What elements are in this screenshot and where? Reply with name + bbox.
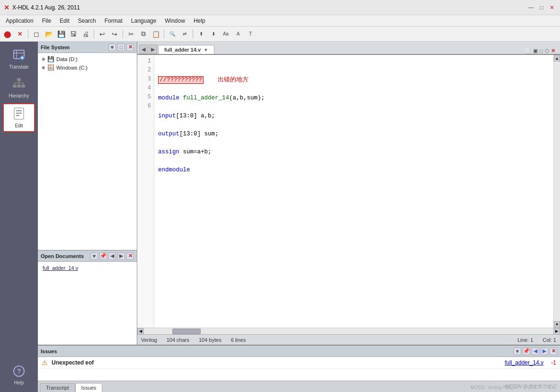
issues-close-btn[interactable]: ✕: [550, 347, 557, 355]
toolbar-sep-2: [94, 29, 94, 39]
tree-item-windows-label: Windows (C:): [56, 65, 88, 71]
tree-item-data-drive[interactable]: ⊕ 💾 Data (D:): [38, 55, 137, 63]
scrollbar-right-btn[interactable]: ▶: [553, 328, 560, 335]
toolbar-open-file-btn[interactable]: 📂: [43, 28, 54, 40]
menu-window[interactable]: Window: [161, 17, 189, 25]
toolbar: ⬤ ✕ ◻ 📂 💾 🖫 🖨 ↩ ↪ ✂ ⧉ 📋 🔍 ⇌ ⬆ ⬇ Aa A T: [0, 27, 560, 42]
toolbar-format-btn[interactable]: T: [245, 28, 256, 40]
sidebar-item-edit[interactable]: Edit: [3, 103, 35, 132]
open-docs-menu-btn[interactable]: ▼: [90, 252, 98, 260]
toolbar-font-btn[interactable]: Aa: [220, 28, 231, 40]
toolbar-copy-btn[interactable]: ⧉: [138, 28, 149, 40]
issue-filename[interactable]: full_adder_14.v: [505, 359, 543, 366]
editor-tab-full-adder[interactable]: full_adder 14.v ▼: [158, 45, 214, 54]
tab-controls: ⬜ ▣ □ ⬡ ✕: [524, 48, 558, 54]
open-docs-back-btn[interactable]: ◀: [108, 252, 116, 260]
toolbar-outdent-btn[interactable]: ⬇: [208, 28, 219, 40]
maximize-button[interactable]: □: [537, 3, 546, 12]
tab-float-btn[interactable]: ⬡: [545, 48, 549, 53]
toolbar-sep-3: [123, 29, 123, 39]
error-comment: //??????????: [158, 76, 204, 84]
menu-file[interactable]: File: [38, 17, 55, 25]
status-language: Verilog: [141, 337, 157, 343]
menu-language[interactable]: Language: [127, 17, 160, 25]
svg-rect-5: [21, 85, 25, 88]
scrollbar-h-thumb: [172, 329, 201, 334]
toolbar-find-btn[interactable]: 🔍: [167, 28, 178, 40]
toolbar-undo-btn[interactable]: ↩: [97, 28, 108, 40]
titlebar-controls: — □ ✕: [527, 3, 556, 12]
code-content[interactable]: //?????????? 出错的地方 module full_adder_14(…: [154, 55, 553, 328]
horizontal-scrollbar[interactable]: ◀ ▶: [137, 328, 560, 334]
menu-application[interactable]: Application: [2, 17, 37, 25]
sidebar-item-translate[interactable]: Translate: [3, 45, 35, 72]
toolbar-sep-4: [164, 29, 164, 39]
toolbar-saveall-btn[interactable]: 🖫: [68, 28, 79, 40]
toolbar-redo-btn[interactable]: ↪: [109, 28, 120, 40]
code-line-2: module full_adder_14(a,b,sum);: [158, 94, 550, 103]
minimize-button[interactable]: —: [527, 3, 535, 12]
toolbar-cut-btn[interactable]: ✂: [125, 28, 137, 40]
close-button[interactable]: ✕: [548, 3, 556, 12]
error-annotation: 出错的地方: [218, 76, 249, 83]
issues-menu-btn[interactable]: ▼: [514, 347, 521, 355]
file-system-close-btn[interactable]: ✕: [126, 44, 134, 51]
issue-description: Unexpected eof: [52, 359, 501, 366]
file-system-float-btn[interactable]: □: [117, 44, 125, 51]
sidebar-item-hierarchy[interactable]: Hierarchy: [3, 74, 35, 101]
toolbar-indent-btn[interactable]: ⬆: [196, 28, 207, 40]
top-panels: File System ▼ □ ✕ ⊕ 💾 Data (D:) ⊕: [38, 42, 560, 345]
open-docs-panel: Open Documents ▼ 📌 ◀ ▶ ✕ full_adder_14.v: [38, 250, 137, 345]
tab-tile-h-btn[interactable]: ⬜: [524, 48, 531, 54]
issue-row-1: ⚠ Unexpected eof full_adder_14.v -1: [38, 357, 560, 369]
toolbar-save-btn[interactable]: 💾: [55, 28, 67, 40]
tab-transcript[interactable]: Transcript: [40, 383, 75, 392]
vertical-scrollbar[interactable]: ▲ ▼: [553, 55, 560, 328]
watermark-text: ©CSDN @朋友学习笔记: [505, 383, 556, 390]
tab-maximize-btn[interactable]: □: [540, 48, 543, 54]
file-system-menu-btn[interactable]: ▼: [108, 44, 116, 51]
line-num-3: 3: [137, 75, 154, 84]
menu-edit[interactable]: Edit: [56, 17, 73, 25]
toolbar-fontsize-btn[interactable]: A: [232, 28, 244, 40]
issues-forward-btn[interactable]: ▶: [541, 347, 548, 355]
menu-format[interactable]: Format: [101, 17, 126, 25]
issue-line-number: -1: [551, 359, 556, 366]
sidebar-item-help[interactable]: ? Help: [3, 362, 35, 388]
toolbar-print-btn[interactable]: 🖨: [80, 28, 91, 40]
tab-tile-v-btn[interactable]: ▣: [533, 48, 538, 54]
expand-icon: ⊕: [42, 57, 45, 62]
menu-help[interactable]: Help: [190, 17, 209, 25]
tab-close-btn[interactable]: ✕: [551, 48, 555, 54]
toolbar-open-btn[interactable]: ⬤: [2, 28, 13, 40]
help-label: Help: [14, 380, 24, 385]
toolbar-close-btn[interactable]: ✕: [14, 28, 26, 40]
status-lines: 6 lines: [231, 337, 246, 343]
translate-icon: [12, 48, 26, 63]
open-docs-close-btn[interactable]: ✕: [126, 252, 134, 260]
scrollbar-left-btn[interactable]: ◀: [137, 328, 144, 335]
svg-rect-2: [17, 78, 21, 81]
tab-dropdown-icon[interactable]: ▼: [204, 47, 208, 53]
toolbar-paste-btn[interactable]: 📋: [150, 28, 161, 40]
scrollbar-down-btn[interactable]: ▼: [554, 321, 560, 328]
doc-item-full-adder[interactable]: full_adder_14.v: [40, 264, 135, 272]
bottom-panel-content: ⚠ Unexpected eof full_adder_14.v -1: [38, 357, 560, 381]
issues-pin-btn[interactable]: 📌: [523, 347, 530, 355]
scrollbar-up-btn[interactable]: ▲: [554, 55, 560, 62]
open-docs-controls: ▼ 📌 ◀ ▶ ✕: [90, 252, 134, 260]
svg-rect-3: [13, 85, 17, 88]
open-docs-forward-btn[interactable]: ▶: [117, 252, 125, 260]
titlebar-title: X-HDL 4.2.1 Aug. 26, 2011: [12, 4, 80, 11]
open-docs-pin-btn[interactable]: 📌: [99, 252, 107, 260]
tab-next-btn[interactable]: ▶: [149, 45, 157, 54]
tab-issues[interactable]: Issues: [75, 383, 103, 392]
tree-item-windows-drive[interactable]: ⊕ 🪟 Windows (C:): [38, 63, 137, 72]
svg-rect-4: [17, 85, 21, 88]
tab-prev-btn[interactable]: ◀: [139, 45, 148, 54]
menu-search[interactable]: Search: [74, 17, 100, 25]
toolbar-replace-btn[interactable]: ⇌: [179, 28, 190, 40]
toolbar-new-btn[interactable]: ◻: [31, 28, 42, 40]
line-num-2: 2: [137, 66, 154, 75]
issues-back-btn[interactable]: ◀: [532, 347, 539, 355]
